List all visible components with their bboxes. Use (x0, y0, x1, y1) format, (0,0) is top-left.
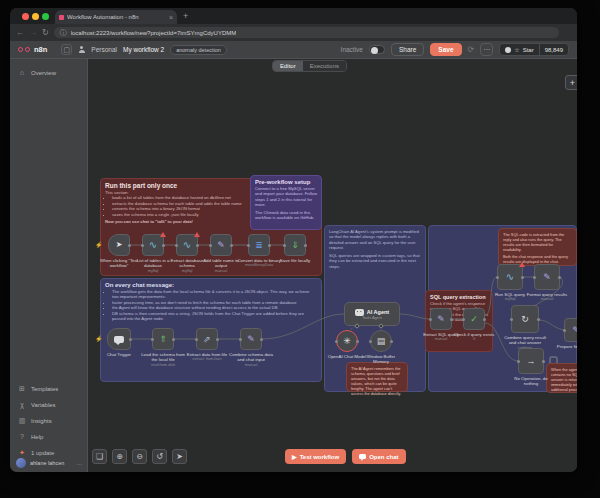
reload-icon[interactable]: ↻ (42, 29, 49, 37)
screenshot-stage: Workflow Automation - n8n × + ← → ↻ ⓘ lo… (0, 0, 600, 498)
node-format-results[interactable]: ✎ Format query results manual (525, 264, 569, 302)
n8n-logo[interactable]: n8n (18, 45, 47, 54)
add-node-button[interactable]: + (565, 75, 577, 90)
user-icon (78, 46, 85, 53)
sticky-note-results[interactable]: The SQL code is extracted from the reply… (498, 228, 577, 266)
star-icon: ☆ (514, 46, 519, 53)
undo-button[interactable]: ↺ (152, 449, 167, 464)
zoom-out-button[interactable]: ⊖ (132, 449, 147, 464)
canvas-controls: ❏ ⊕ ⊖ ↺ ➤ (92, 449, 187, 464)
tab-editor[interactable]: Editor (273, 61, 303, 71)
app-header: n8n ▢ Personal My workflow 2 anomaly det… (10, 41, 577, 59)
help-icon: ? (18, 433, 26, 440)
open-chat-button[interactable]: Open chat (352, 449, 405, 464)
user-more-icon[interactable]: ⋯ (76, 460, 82, 467)
project-folder-icon[interactable]: ▢ (61, 44, 72, 55)
view-tabs: Editor Executions (272, 60, 347, 72)
test-workflow-button[interactable]: ▶Test workflow (285, 449, 346, 464)
sidebar-item-insights[interactable]: ▥Insights (18, 417, 82, 425)
n8n-logo-text: n8n (34, 45, 47, 54)
sidebar-item-variables[interactable]: χVariables (18, 401, 82, 408)
minimize-window-button[interactable] (32, 13, 39, 20)
node-ai-agent[interactable]: AI Agent Tools Agent (344, 302, 400, 326)
mysql-icon: ∿ (506, 272, 514, 282)
pencil-icon: ✎ (437, 315, 445, 324)
node-extract-data[interactable]: ⇗ Extract data from file extract: fromJs… (185, 328, 229, 362)
chat-icon (114, 336, 124, 343)
sidebar-item-overview[interactable]: ⌂Overview (18, 69, 82, 76)
save-button[interactable]: Save (430, 43, 461, 56)
browser-tabstrip: Workflow Automation - n8n × + (10, 8, 577, 24)
node-chat-trigger[interactable]: Chat Trigger (97, 328, 141, 357)
node-noop[interactable]: → No Operation, do nothing (509, 348, 553, 387)
forward-icon[interactable]: → (29, 29, 37, 37)
more-menu-button[interactable]: ⋯ (480, 43, 493, 56)
n8n-logo-mark (18, 46, 32, 54)
site-info-icon[interactable]: ⓘ (60, 29, 67, 36)
zoom-in-button[interactable]: ⊕ (112, 449, 127, 464)
tab-executions[interactable]: Executions (303, 61, 346, 71)
browser-window: Workflow Automation - n8n × + ← → ↻ ⓘ lo… (10, 8, 577, 472)
play-icon: ▶ (292, 453, 297, 460)
node-save-file[interactable]: ⇓ Save file locally (273, 234, 317, 263)
user-menu[interactable]: ahlane lahcen ⋯ (16, 458, 82, 468)
github-star-label: Star (523, 47, 534, 53)
github-icon (505, 47, 511, 53)
sticky-pre-setup[interactable]: Pre-workflow setup Connect to a free MyS… (250, 175, 322, 230)
robot-icon (355, 309, 364, 316)
node-prepare-final[interactable]: ✎ Prepare final output (554, 318, 577, 349)
sidebar: ⌂Overview ⊞Templates χVariables ▥Insight… (10, 59, 88, 472)
github-star-count: 98,849 (539, 44, 568, 55)
address-bar: ← → ↻ ⓘ localhost:2223/workflow/new?proj… (10, 24, 577, 41)
node-window-buffer-memory[interactable]: ▤ Window Buffer Memory (359, 330, 403, 365)
tab-title: Workflow Automation - n8n (67, 14, 166, 20)
user-name: ahlane lahcen (30, 460, 72, 466)
memory-icon: ▤ (377, 337, 386, 346)
sidebar-item-updates[interactable]: ✦1 update (18, 449, 82, 457)
workflow-name[interactable]: My workflow 2 (123, 46, 164, 53)
pointer-mode-button[interactable]: ➤ (172, 449, 187, 464)
mysql-icon: ∿ (149, 240, 157, 250)
pencil-icon: ✎ (572, 326, 577, 335)
browser-tab[interactable]: Workflow Automation - n8n × (55, 10, 177, 24)
active-status-label: Inactive (341, 46, 363, 53)
close-tab-icon[interactable]: × (169, 14, 173, 21)
new-tab-button[interactable]: + (183, 11, 188, 21)
activate-toggle[interactable] (369, 45, 385, 54)
share-button[interactable]: Share (391, 43, 424, 56)
history-icon[interactable]: ⟳ (468, 45, 475, 54)
url-field[interactable]: ⓘ localhost:2223/workflow/new?projectId=… (54, 27, 559, 38)
openai-icon: ✳ (343, 337, 351, 346)
insights-icon: ▥ (18, 417, 26, 425)
node-combine-result[interactable]: ↻ Combine query result and chat answer c… (503, 305, 547, 350)
sticky-note-agent-memory[interactable]: The AI Agent remembers the schema, quest… (346, 362, 408, 392)
node-combine-schema[interactable]: ✎ Combine schema data and chat input man… (229, 328, 273, 367)
github-star-widget[interactable]: ☆Star 98,849 (499, 43, 569, 56)
mysql-icon: ∿ (183, 240, 191, 250)
node-load-schema[interactable]: ⇑ Load the schema from the local file re… (141, 328, 185, 367)
templates-icon: ⊞ (18, 385, 26, 393)
arrow-icon: → (527, 357, 536, 366)
file-read-icon: ⇑ (159, 335, 167, 344)
file-save-icon: ⇓ (291, 241, 299, 250)
breadcrumb-project[interactable]: Personal (91, 46, 117, 53)
fit-view-button[interactable]: ❏ (92, 449, 107, 464)
workflow-tag[interactable]: anomaly detection (170, 45, 227, 55)
back-icon[interactable]: ← (16, 29, 24, 37)
sidebar-item-templates[interactable]: ⊞Templates (18, 385, 82, 393)
home-icon: ⌂ (18, 69, 26, 76)
favicon (59, 15, 64, 20)
variables-icon: χ (18, 401, 26, 408)
node-check-query[interactable]: ✓ Check if query exists if (452, 308, 496, 342)
sidebar-item-help[interactable]: ?Help (18, 433, 82, 440)
pointer-icon: ➤ (116, 241, 123, 249)
avatar (16, 458, 26, 468)
pencil-icon: ✎ (247, 335, 255, 344)
pencil-icon: ✎ (217, 241, 225, 250)
gift-icon: ✦ (18, 449, 26, 457)
extract-file-icon: ⇗ (203, 335, 211, 344)
close-window-button[interactable] (22, 13, 29, 20)
binary-icon: ≣ (255, 241, 263, 250)
maximize-window-button[interactable] (42, 13, 49, 20)
workflow-canvas[interactable]: Editor Executions + Run this part only o… (88, 59, 577, 472)
